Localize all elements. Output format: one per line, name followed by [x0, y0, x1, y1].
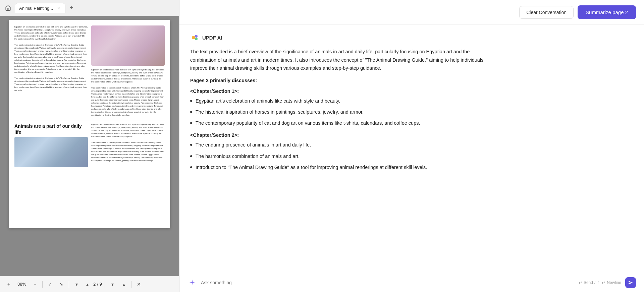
page-separator: /	[97, 282, 98, 287]
send-hint-label: Send	[584, 280, 593, 285]
ai-bullet-text-2: The historical inspiration of horses in …	[196, 108, 364, 116]
ai-bullet-6: Introduction to "The Animal Drawing Guid…	[190, 164, 492, 171]
ai-panel: Clear Conversation Summarize page 2 UPDF…	[179, 0, 644, 292]
next-page-button[interactable]: ▴	[83, 280, 92, 289]
close-toolbar-icon: ✕	[137, 282, 141, 287]
summarize-button[interactable]: Summarize page 2	[578, 5, 636, 19]
pdf-heading: Animals are a part of our daily life	[14, 123, 88, 135]
toolbar-divider-3	[105, 281, 105, 288]
pdf-toolbar: ＋ 88% － ⤢ ⤡ ▾ ▴ 2 / 9 ▾ ▴	[0, 276, 179, 292]
ai-bullet-text-6: Introduction to "The Animal Drawing Guid…	[196, 164, 427, 171]
newline-hint-label: Newline	[607, 280, 621, 285]
new-tab-icon: +	[70, 4, 73, 11]
ai-bullet-1: Egyptian art's celebration of animals li…	[190, 97, 492, 105]
hint-separator: /	[594, 280, 595, 285]
toolbar-divider-2	[69, 281, 69, 288]
bullet-dot-4	[190, 144, 192, 146]
nav-down-button[interactable]: ▾	[108, 280, 117, 289]
return-icon: ↵	[579, 280, 582, 285]
home-button[interactable]	[3, 3, 13, 13]
page-navigation: ▾ ▴ 2 / 9	[72, 280, 102, 289]
ai-input-area: ↵ Send / ⇧ ↵ Newline	[179, 273, 644, 292]
svg-point-2	[195, 38, 198, 40]
pdf-panel: Animal Painting... ✕ + Egyptian art cele…	[0, 0, 179, 292]
pdf-image-bottom	[14, 137, 88, 167]
ai-pages-discusses: Pages 2 primarily discusses:	[190, 78, 492, 83]
next-page-icon: ▴	[86, 282, 89, 287]
tab-bar: Animal Painting... ✕ +	[0, 0, 179, 16]
shift-icon: ⇧	[597, 280, 600, 285]
ai-bullet-4: The enduring presence of animals in art …	[190, 141, 492, 149]
ai-brand: UPDF AI	[190, 33, 492, 42]
prev-page-button[interactable]: ▾	[72, 280, 81, 289]
ai-input-hint: ↵ Send / ⇧ ↵ Newline	[579, 280, 621, 285]
ai-response-intro: The text provided is a brief overview of…	[190, 48, 492, 72]
current-page: 2	[93, 282, 96, 287]
prev-page-icon: ▾	[75, 282, 78, 287]
ai-message: UPDF AI The text provided is a brief ove…	[190, 33, 492, 171]
fit-page-icon: ⤡	[60, 282, 63, 287]
ai-bullet-text-1: Egyptian art's celebration of animals li…	[196, 97, 340, 105]
clear-conversation-button[interactable]: Clear Conversation	[519, 6, 574, 19]
zoom-level: 88%	[15, 282, 28, 287]
pdf-text-bottom-right: Egyptian art celebrates animals like cat…	[91, 123, 165, 162]
toolbar-divider-1	[42, 281, 43, 288]
fit-page-button[interactable]: ⤡	[57, 280, 66, 289]
ai-chapter-2: <Chapter/Section 2>:	[190, 132, 492, 138]
toolbar-divider-4	[131, 281, 131, 288]
updf-ai-logo	[190, 33, 200, 42]
svg-point-1	[195, 35, 198, 38]
ai-chapter-1: <Chapter/Section 1>:	[190, 89, 492, 94]
zoom-out-button[interactable]: －	[30, 280, 40, 289]
zoom-in-button[interactable]: ＋	[4, 280, 13, 289]
ai-bullet-3: The contemporary popularity of cat and d…	[190, 119, 492, 127]
tab-close-button[interactable]: ✕	[56, 5, 61, 11]
ai-bullet-text-5: The harmonious combination of animals an…	[196, 153, 300, 160]
ai-bullet-5: The harmonious combination of animals an…	[190, 153, 492, 160]
total-pages: 9	[100, 282, 102, 287]
pdf-text-left: Egyptian art celebrates animals like cat…	[14, 25, 88, 117]
ai-bullet-2: The historical inspiration of horses in …	[190, 108, 492, 116]
return-icon2: ↵	[602, 280, 605, 285]
pdf-image-top	[91, 25, 165, 66]
ai-input-sparkle-icon	[187, 278, 197, 287]
ai-header: Clear Conversation Summarize page 2	[179, 0, 644, 25]
ai-messages: UPDF AI The text provided is a brief ove…	[179, 25, 644, 273]
ai-bullet-text-4: The enduring presence of animals in art …	[196, 141, 311, 149]
fit-width-button[interactable]: ⤢	[45, 280, 55, 289]
nav-down-icon: ▾	[111, 282, 114, 287]
zoom-in-icon: ＋	[6, 281, 11, 287]
nav-up-button[interactable]: ▴	[119, 280, 128, 289]
zoom-out-icon: －	[33, 281, 37, 287]
bullet-dot-3	[190, 122, 192, 124]
pdf-bottom-section: Animals are a part of our daily life Egy…	[14, 120, 165, 167]
svg-point-0	[192, 36, 195, 39]
new-tab-button[interactable]: +	[67, 3, 76, 13]
tab-label: Animal Painting...	[19, 6, 53, 11]
close-toolbar-button[interactable]: ✕	[134, 280, 144, 289]
pdf-page: Egyptian art celebrates animals like cat…	[9, 20, 170, 228]
fit-width-icon: ⤢	[48, 282, 52, 287]
nav-up-icon: ▴	[123, 282, 125, 287]
bullet-dot-6	[190, 166, 192, 168]
bullet-dot-1	[190, 100, 192, 102]
bullet-dot-2	[190, 111, 192, 113]
ai-ask-input[interactable]	[201, 280, 575, 285]
send-button[interactable]	[625, 277, 636, 288]
bullet-dot-5	[190, 155, 192, 157]
ai-bullet-text-3: The contemporary popularity of cat and d…	[196, 119, 420, 127]
pdf-text-right: Egyptian art celebrates animals like cat…	[91, 68, 165, 117]
pdf-tab[interactable]: Animal Painting... ✕	[15, 3, 65, 13]
pdf-content: Egyptian art celebrates animals like cat…	[0, 16, 179, 276]
ai-brand-name: UPDF AI	[202, 35, 222, 41]
